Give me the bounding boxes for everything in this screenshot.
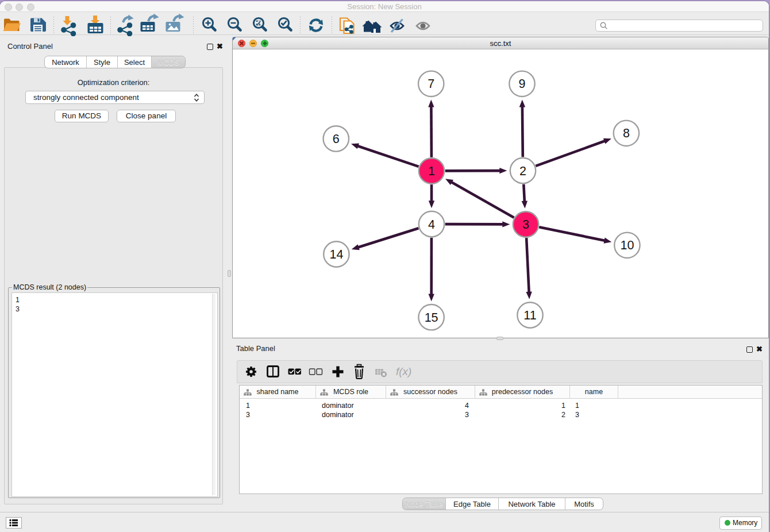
svg-text:8: 8 (623, 126, 630, 140)
svg-text:4: 4 (428, 218, 435, 232)
svg-text:3: 3 (522, 218, 529, 232)
svg-text:15: 15 (425, 311, 438, 325)
svg-text:11: 11 (523, 309, 536, 322)
svg-text:14: 14 (329, 248, 343, 261)
svg-text:1: 1 (428, 164, 435, 178)
svg-text:6: 6 (333, 132, 340, 146)
svg-text:9: 9 (519, 77, 526, 91)
svg-text:7: 7 (428, 77, 434, 91)
svg-text:10: 10 (620, 238, 634, 252)
svg-text:2: 2 (519, 164, 526, 178)
svg-text:f(x): f(x) (396, 365, 411, 377)
